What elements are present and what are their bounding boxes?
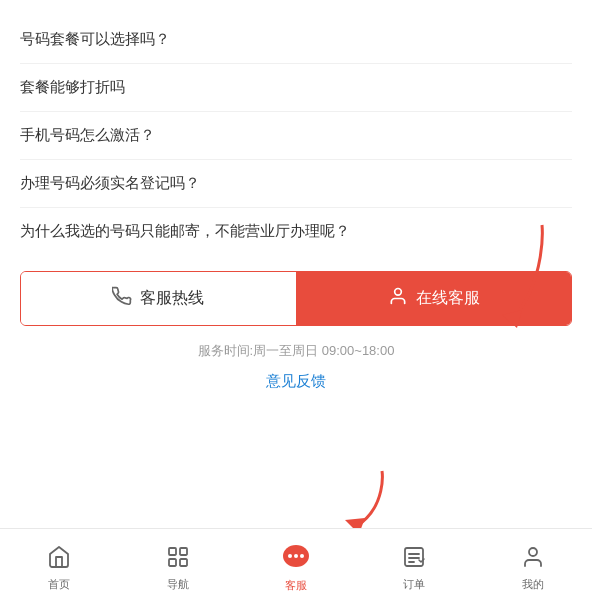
nav-label-service: 客服: [285, 578, 307, 593]
agent-icon: [388, 286, 408, 311]
svg-rect-5: [169, 559, 176, 566]
faq-list: 号码套餐可以选择吗？ 套餐能够打折吗 手机号码怎么激活？ 办理号码必须实名登记吗…: [20, 16, 572, 255]
svg-rect-11: [405, 548, 423, 566]
service-time: 服务时间:周一至周日 09:00~18:00: [20, 342, 572, 360]
faq-item-1[interactable]: 号码套餐可以选择吗？: [20, 16, 572, 64]
nav-item-order[interactable]: 订单: [355, 537, 473, 600]
online-label: 在线客服: [416, 288, 480, 309]
faq-item-3[interactable]: 手机号码怎么激活？: [20, 112, 572, 160]
nav-item-service[interactable]: 客服: [237, 536, 355, 601]
bottom-nav: 首页 导航 客服: [0, 528, 592, 608]
person-icon: [521, 545, 545, 573]
hotline-label: 客服热线: [140, 288, 204, 309]
nav-item-profile[interactable]: 我的: [474, 537, 592, 600]
svg-point-10: [300, 554, 304, 558]
nav-item-home[interactable]: 首页: [0, 537, 118, 600]
faq-item-2[interactable]: 套餐能够打折吗: [20, 64, 572, 112]
faq-item-5[interactable]: 为什么我选的号码只能邮寄，不能营业厅办理呢？: [20, 208, 572, 255]
service-buttons-container: 客服热线 在线客服: [20, 271, 572, 326]
faq-item-4[interactable]: 办理号码必须实名登记吗？: [20, 160, 572, 208]
grid-icon: [166, 545, 190, 573]
phone-icon: [112, 286, 132, 311]
online-service-button[interactable]: 在线客服: [297, 272, 572, 325]
feedback-link[interactable]: 意见反馈: [266, 372, 326, 389]
nav-label-guide: 导航: [167, 577, 189, 592]
feedback-container: 意见反馈: [20, 372, 572, 391]
svg-rect-6: [180, 559, 187, 566]
bubble-chat-icon: [282, 544, 310, 574]
nav-label-home: 首页: [48, 577, 70, 592]
hotline-button[interactable]: 客服热线: [21, 272, 297, 325]
nav-label-profile: 我的: [522, 577, 544, 592]
svg-point-9: [294, 554, 298, 558]
svg-rect-4: [180, 548, 187, 555]
svg-rect-3: [169, 548, 176, 555]
svg-point-15: [529, 548, 537, 556]
order-icon: [402, 545, 426, 573]
svg-point-0: [394, 289, 401, 296]
home-icon: [47, 545, 71, 573]
nav-item-guide[interactable]: 导航: [118, 537, 236, 600]
nav-label-order: 订单: [403, 577, 425, 592]
svg-point-8: [288, 554, 292, 558]
main-content: 号码套餐可以选择吗？ 套餐能够打折吗 手机号码怎么激活？ 办理号码必须实名登记吗…: [0, 0, 592, 391]
